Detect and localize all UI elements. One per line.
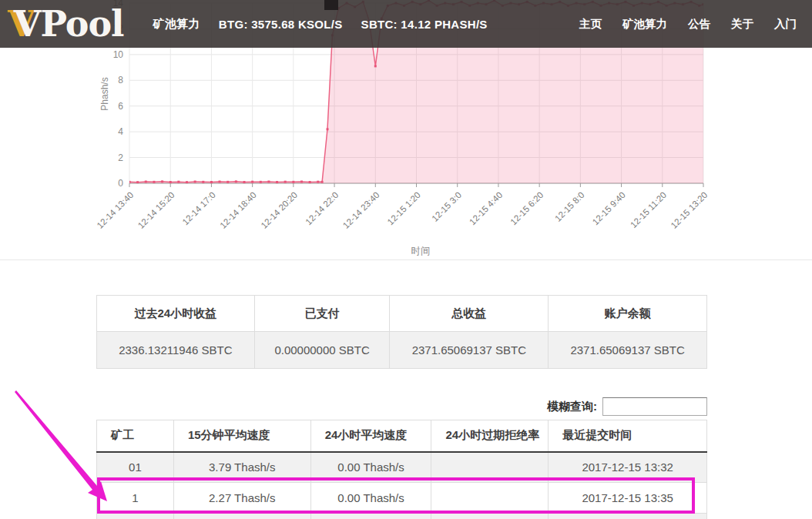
top-navbar: VVPool 矿池算力 BTG: 3575.68 KSOL/S SBTC: 14… <box>0 0 812 48</box>
nav-link-about[interactable]: 关于 <box>731 17 753 32</box>
fuzzy-search-input[interactable] <box>602 397 707 416</box>
worker-row-partial <box>97 514 707 519</box>
svg-text:12-15 9:40: 12-15 9:40 <box>591 190 627 226</box>
earnings-summary: 过去24小时收益已支付总收益账户余额 2336.13211946 SBTC0.0… <box>96 295 707 369</box>
nav-link-announcements[interactable]: 公告 <box>688 17 710 32</box>
logo-white-v: V <box>14 6 41 42</box>
summary-header-0: 过去24小时收益 <box>97 296 255 332</box>
svg-text:4: 4 <box>118 126 123 137</box>
svg-text:12-14 23:40: 12-14 23:40 <box>341 190 381 230</box>
workers-tbody: 013.79 Thash/s0.00 Thash/s2017-12-15 13:… <box>97 452 707 519</box>
summary-header-row: 过去24小时收益已支付总收益账户余额 <box>97 296 707 332</box>
svg-text:12-15 6:20: 12-15 6:20 <box>508 190 545 226</box>
worker-cell-0-1: 3.79 Thash/s <box>173 452 310 483</box>
worker-cell-1-4: 2017-12-15 13:35 <box>549 483 707 514</box>
worker-cell-partial-0 <box>97 514 174 519</box>
summary-value-2: 2371.65069137 SBTC <box>390 332 549 369</box>
btg-hashrate: BTG: 3575.68 KSOL/S <box>219 18 343 31</box>
svg-text:8: 8 <box>118 75 123 85</box>
workers-header-2: 24小时平均速度 <box>310 420 431 452</box>
svg-text:12-14 20:20: 12-14 20:20 <box>259 190 299 230</box>
svg-text:10: 10 <box>113 49 124 60</box>
worker-cell-1-3 <box>431 483 549 514</box>
svg-text:12-14 13:40: 12-14 13:40 <box>96 190 136 230</box>
worker-cell-0-2: 0.00 Thash/s <box>310 452 431 483</box>
worker-cell-0-0: 01 <box>97 452 174 483</box>
worker-row-0[interactable]: 013.79 Thash/s0.00 Thash/s2017-12-15 13:… <box>97 452 707 483</box>
svg-text:12-14 18:40: 12-14 18:40 <box>218 190 258 230</box>
summary-value-0: 2336.13211946 SBTC <box>97 332 255 369</box>
y-axis-title: Phash/s <box>99 77 110 110</box>
workers-header-0: 矿工 <box>97 420 174 452</box>
chart-peak-artifact <box>324 0 338 10</box>
worker-cell-1-2: 0.00 Thash/s <box>310 483 431 514</box>
svg-text:12-14 17:0: 12-14 17:0 <box>180 190 216 226</box>
svg-text:2: 2 <box>118 152 123 163</box>
worker-cell-partial-1 <box>173 514 310 519</box>
nav-link-home[interactable]: 主页 <box>579 17 602 32</box>
workers-header-3: 24小时过期拒绝率 <box>431 420 549 452</box>
workers-header-row: 矿工15分钟平均速度24小时平均速度24小时过期拒绝率最近提交时间 <box>97 420 707 452</box>
worker-row-1[interactable]: 12.27 Thash/s0.00 Thash/s2017-12-15 13:3… <box>97 483 707 514</box>
nav-link-getting-started[interactable]: 入门 <box>774 17 797 32</box>
nav-link-pool-hashrate[interactable]: 矿池算力 <box>622 17 667 32</box>
workers-header-1: 15分钟平均速度 <box>173 420 310 452</box>
worker-cell-1-0: 1 <box>97 483 174 514</box>
x-axis-title: 时间 <box>411 246 431 256</box>
summary-header-1: 已支付 <box>254 296 390 332</box>
nav-links: 主页矿池算力公告关于入门 <box>559 17 797 32</box>
logo-text: Pool <box>40 6 123 42</box>
svg-text:12-15 13:20: 12-15 13:20 <box>669 190 710 230</box>
summary-header-2: 总收益 <box>390 296 549 332</box>
section-divider <box>0 260 812 260</box>
worker-cell-partial-4 <box>549 514 707 519</box>
svg-text:6: 6 <box>118 101 123 112</box>
svg-text:12-15 3:0: 12-15 3:0 <box>430 190 463 223</box>
worker-cell-0-4: 2017-12-15 13:32 <box>549 452 707 483</box>
worker-cell-partial-3 <box>431 514 549 519</box>
svg-text:12-15 8:0: 12-15 8:0 <box>553 190 586 223</box>
worker-cell-0-3 <box>431 452 549 483</box>
workers-table: 矿工15分钟平均速度24小时平均速度24小时过期拒绝率最近提交时间 013.79… <box>96 420 707 519</box>
summary-value-3: 2371.65069137 SBTC <box>549 332 707 369</box>
svg-text:12-15 4:40: 12-15 4:40 <box>468 190 504 226</box>
workers-section: 矿工15分钟平均速度24小时平均速度24小时过期拒绝率最近提交时间 013.79… <box>96 420 707 519</box>
sbtc-hashrate: SBTC: 14.12 PHASH/S <box>361 18 488 31</box>
svg-text:12-15 1:20: 12-15 1:20 <box>386 190 422 226</box>
svg-text:12-15 11:20: 12-15 11:20 <box>629 190 668 229</box>
fuzzy-search-label: 模糊查询: <box>547 400 597 414</box>
fuzzy-search-row: 模糊查询: <box>0 397 707 416</box>
svg-text:0: 0 <box>118 178 123 189</box>
stats-label: 矿池算力 <box>153 17 200 32</box>
worker-cell-partial-2 <box>310 514 431 519</box>
summary-value-row: 2336.13211946 SBTC0.00000000 SBTC2371.65… <box>97 332 707 369</box>
svg-text:12-14 15:20: 12-14 15:20 <box>136 190 176 230</box>
summary-value-1: 0.00000000 SBTC <box>254 332 390 369</box>
vpool-logo[interactable]: VVPool <box>8 6 124 42</box>
pool-hashrate-stats: 矿池算力 BTG: 3575.68 KSOL/S SBTC: 14.12 PHA… <box>153 17 506 32</box>
workers-header-4: 最近提交时间 <box>549 420 707 452</box>
earnings-summary-table: 过去24小时收益已支付总收益账户余额 2336.13211946 SBTC0.0… <box>96 295 707 369</box>
summary-header-3: 账户余额 <box>549 296 707 332</box>
worker-cell-1-1: 2.27 Thash/s <box>173 483 310 514</box>
svg-text:12-14 22:0: 12-14 22:0 <box>304 190 340 226</box>
